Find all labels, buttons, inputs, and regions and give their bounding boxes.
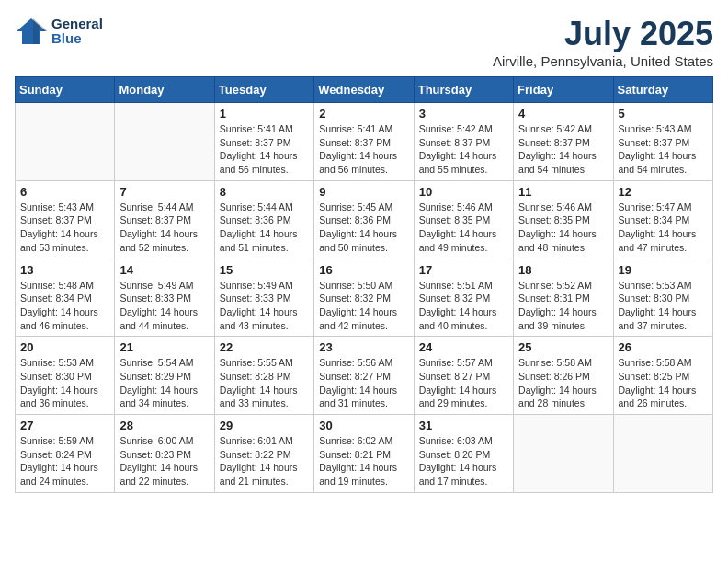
day-number: 12 — [619, 185, 708, 199]
day-info: Sunrise: 5:54 AM Sunset: 8:29 PM Dayligh… — [119, 356, 209, 410]
calendar-day-18: 18Sunrise: 5:52 AM Sunset: 8:31 PM Dayli… — [514, 259, 613, 337]
day-number: 9 — [319, 185, 408, 199]
day-number: 10 — [419, 185, 508, 199]
calendar-week-1: 1Sunrise: 5:41 AM Sunset: 8:37 PM Daylig… — [16, 103, 713, 181]
day-info: Sunrise: 5:46 AM Sunset: 8:35 PM Dayligh… — [518, 201, 608, 255]
day-number: 16 — [319, 263, 408, 277]
calendar-day-5: 5Sunrise: 5:43 AM Sunset: 8:37 PM Daylig… — [613, 103, 712, 181]
day-number: 7 — [119, 185, 209, 199]
day-info: Sunrise: 5:42 AM Sunset: 8:37 PM Dayligh… — [518, 122, 608, 177]
day-number: 3 — [419, 107, 508, 121]
day-number: 29 — [220, 419, 309, 432]
day-info: Sunrise: 6:03 AM Sunset: 8:20 PM Dayligh… — [419, 434, 508, 488]
calendar-day-4: 4Sunrise: 5:42 AM Sunset: 8:37 PM Daylig… — [514, 103, 613, 181]
day-info: Sunrise: 6:01 AM Sunset: 8:22 PM Dayligh… — [220, 434, 309, 488]
day-number: 2 — [319, 107, 408, 121]
calendar-empty — [514, 415, 613, 493]
day-number: 20 — [20, 340, 109, 354]
day-info: Sunrise: 5:41 AM Sunset: 8:37 PM Dayligh… — [220, 122, 309, 177]
day-info: Sunrise: 5:49 AM Sunset: 8:33 PM Dayligh… — [119, 279, 209, 333]
day-number: 1 — [220, 107, 309, 121]
weekday-header-sunday: Sunday — [16, 77, 115, 103]
weekday-header-saturday: Saturday — [613, 77, 712, 103]
day-number: 18 — [518, 263, 608, 277]
logo-text: General Blue — [51, 17, 103, 47]
weekday-header-tuesday: Tuesday — [214, 77, 313, 103]
day-info: Sunrise: 6:02 AM Sunset: 8:21 PM Dayligh… — [319, 434, 408, 488]
day-info: Sunrise: 5:58 AM Sunset: 8:25 PM Dayligh… — [619, 356, 708, 410]
day-number: 15 — [220, 263, 309, 277]
calendar-day-16: 16Sunrise: 5:50 AM Sunset: 8:32 PM Dayli… — [314, 259, 414, 337]
day-number: 23 — [319, 340, 408, 354]
day-info: Sunrise: 5:58 AM Sunset: 8:26 PM Dayligh… — [518, 356, 608, 410]
calendar-day-9: 9Sunrise: 5:45 AM Sunset: 8:36 PM Daylig… — [314, 180, 414, 259]
calendar-day-26: 26Sunrise: 5:58 AM Sunset: 8:25 PM Dayli… — [613, 337, 712, 415]
location: Airville, Pennsylvania, United States — [493, 53, 713, 69]
day-info: Sunrise: 5:46 AM Sunset: 8:35 PM Dayligh… — [419, 201, 508, 255]
day-info: Sunrise: 5:43 AM Sunset: 8:37 PM Dayligh… — [20, 201, 109, 255]
day-info: Sunrise: 5:55 AM Sunset: 8:28 PM Dayligh… — [220, 356, 309, 410]
calendar-day-6: 6Sunrise: 5:43 AM Sunset: 8:37 PM Daylig… — [16, 180, 115, 259]
calendar-week-4: 20Sunrise: 5:53 AM Sunset: 8:30 PM Dayli… — [16, 337, 713, 415]
weekday-header-wednesday: Wednesday — [314, 77, 414, 103]
calendar-day-13: 13Sunrise: 5:48 AM Sunset: 8:34 PM Dayli… — [16, 259, 115, 337]
weekday-header-monday: Monday — [115, 77, 214, 103]
logo: General Blue — [15, 15, 103, 48]
day-number: 8 — [220, 185, 309, 199]
day-number: 11 — [518, 185, 608, 199]
calendar-day-7: 7Sunrise: 5:44 AM Sunset: 8:37 PM Daylig… — [115, 180, 214, 259]
day-number: 14 — [119, 263, 209, 277]
calendar-day-17: 17Sunrise: 5:51 AM Sunset: 8:32 PM Dayli… — [414, 259, 513, 337]
day-info: Sunrise: 5:48 AM Sunset: 8:34 PM Dayligh… — [20, 279, 109, 333]
day-number: 6 — [20, 185, 109, 199]
calendar-day-10: 10Sunrise: 5:46 AM Sunset: 8:35 PM Dayli… — [414, 180, 513, 259]
day-info: Sunrise: 5:45 AM Sunset: 8:36 PM Dayligh… — [319, 201, 408, 255]
day-number: 5 — [619, 107, 708, 121]
day-info: Sunrise: 5:44 AM Sunset: 8:37 PM Dayligh… — [119, 201, 209, 255]
calendar-day-11: 11Sunrise: 5:46 AM Sunset: 8:35 PM Dayli… — [514, 180, 613, 259]
day-number: 4 — [518, 107, 608, 121]
day-number: 27 — [20, 419, 109, 432]
day-number: 21 — [119, 340, 209, 354]
day-info: Sunrise: 5:53 AM Sunset: 8:30 PM Dayligh… — [20, 356, 109, 410]
day-info: Sunrise: 5:42 AM Sunset: 8:37 PM Dayligh… — [419, 122, 508, 177]
month-title: July 2025 — [493, 15, 713, 53]
calendar-day-31: 31Sunrise: 6:03 AM Sunset: 8:20 PM Dayli… — [414, 415, 513, 493]
day-number: 30 — [319, 419, 408, 432]
day-number: 28 — [119, 419, 209, 432]
calendar-empty — [613, 415, 712, 493]
calendar-day-2: 2Sunrise: 5:41 AM Sunset: 8:37 PM Daylig… — [314, 103, 414, 181]
day-number: 22 — [220, 340, 309, 354]
day-number: 31 — [419, 419, 508, 432]
day-info: Sunrise: 5:56 AM Sunset: 8:27 PM Dayligh… — [319, 356, 408, 410]
day-number: 25 — [518, 340, 608, 354]
calendar-day-1: 1Sunrise: 5:41 AM Sunset: 8:37 PM Daylig… — [214, 103, 313, 181]
calendar-day-20: 20Sunrise: 5:53 AM Sunset: 8:30 PM Dayli… — [16, 337, 115, 415]
calendar-day-23: 23Sunrise: 5:56 AM Sunset: 8:27 PM Dayli… — [314, 337, 414, 415]
day-info: Sunrise: 5:41 AM Sunset: 8:37 PM Dayligh… — [319, 122, 408, 177]
day-number: 24 — [419, 340, 508, 354]
calendar-day-12: 12Sunrise: 5:47 AM Sunset: 8:34 PM Dayli… — [613, 180, 712, 259]
calendar-day-3: 3Sunrise: 5:42 AM Sunset: 8:37 PM Daylig… — [414, 103, 513, 181]
calendar-empty — [16, 103, 115, 181]
calendar-table: SundayMondayTuesdayWednesdayThursdayFrid… — [15, 76, 713, 493]
day-number: 17 — [419, 263, 508, 277]
day-number: 19 — [619, 263, 708, 277]
day-info: Sunrise: 5:51 AM Sunset: 8:32 PM Dayligh… — [419, 279, 508, 333]
day-info: Sunrise: 5:47 AM Sunset: 8:34 PM Dayligh… — [619, 201, 708, 255]
calendar-day-14: 14Sunrise: 5:49 AM Sunset: 8:33 PM Dayli… — [115, 259, 214, 337]
calendar-day-29: 29Sunrise: 6:01 AM Sunset: 8:22 PM Dayli… — [214, 415, 313, 493]
day-info: Sunrise: 5:44 AM Sunset: 8:36 PM Dayligh… — [220, 201, 309, 255]
weekday-header-thursday: Thursday — [414, 77, 513, 103]
calendar-day-28: 28Sunrise: 6:00 AM Sunset: 8:23 PM Dayli… — [115, 415, 214, 493]
calendar-day-30: 30Sunrise: 6:02 AM Sunset: 8:21 PM Dayli… — [314, 415, 414, 493]
calendar-week-3: 13Sunrise: 5:48 AM Sunset: 8:34 PM Dayli… — [16, 259, 713, 337]
day-info: Sunrise: 5:53 AM Sunset: 8:30 PM Dayligh… — [619, 279, 708, 333]
calendar-day-15: 15Sunrise: 5:49 AM Sunset: 8:33 PM Dayli… — [214, 259, 313, 337]
day-info: Sunrise: 5:50 AM Sunset: 8:32 PM Dayligh… — [319, 279, 408, 333]
day-info: Sunrise: 5:52 AM Sunset: 8:31 PM Dayligh… — [518, 279, 608, 333]
weekday-header-friday: Friday — [514, 77, 613, 103]
calendar-week-2: 6Sunrise: 5:43 AM Sunset: 8:37 PM Daylig… — [16, 180, 713, 259]
logo-icon — [15, 15, 48, 48]
day-info: Sunrise: 5:59 AM Sunset: 8:24 PM Dayligh… — [20, 434, 109, 488]
